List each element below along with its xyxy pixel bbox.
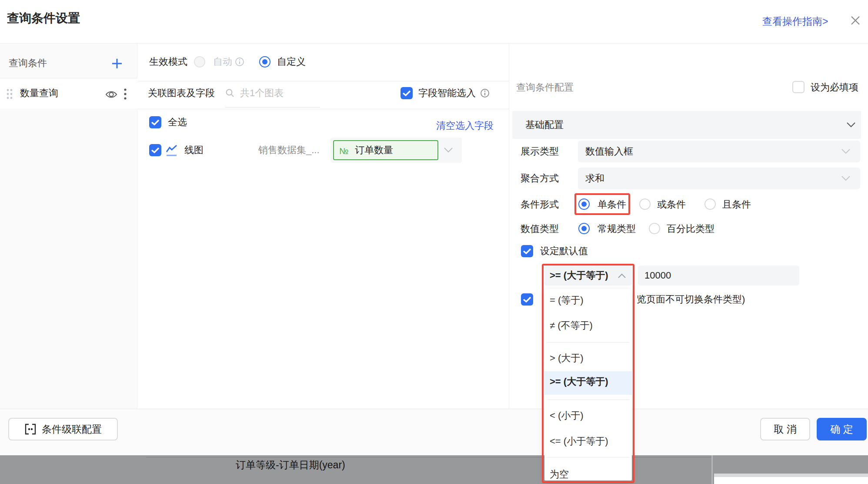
and-condition-label[interactable]: 且条件	[722, 198, 751, 211]
default-value-label[interactable]: 设定默认值	[540, 245, 588, 258]
query-condition-dialog: 查询条件设置 查看操作指南> 查询条件 数量查询 生效模式 自动	[0, 0, 868, 484]
line-chart-icon	[166, 145, 178, 158]
aggregation-select[interactable]	[578, 168, 860, 189]
operator-dropdown-menu: = (等于) ≠ (不等于) > (大于) >= (大于等于) < (小于) <…	[544, 289, 632, 481]
condition-form-label: 条件形式	[521, 198, 559, 211]
smart-select-checkbox[interactable]	[401, 87, 413, 99]
search-input[interactable]: 共1个图表	[240, 87, 284, 100]
lock-condition-note: 览页面不可切换条件类型)	[637, 293, 745, 306]
background-table-row	[714, 474, 868, 477]
background-table-row	[714, 477, 868, 484]
confirm-button[interactable]: 确 定	[817, 418, 867, 440]
numeric-type-label: 数值类型	[521, 222, 559, 235]
percent-type-label[interactable]: 百分比类型	[667, 222, 714, 235]
cancel-button[interactable]: 取 消	[760, 418, 810, 440]
aggregation-label: 聚合方式	[521, 172, 559, 185]
check-icon	[402, 90, 411, 97]
check-icon	[151, 147, 160, 154]
single-condition-radio[interactable]	[578, 198, 590, 210]
menu-item-gte[interactable]: >= (大于等于)	[550, 375, 608, 388]
config-panel-title: 查询条件配置	[516, 81, 574, 94]
line-chart-checkbox[interactable]	[149, 144, 161, 156]
chevron-down-icon	[841, 175, 851, 183]
menu-item-eq[interactable]: = (等于)	[550, 294, 584, 307]
visibility-eye-icon[interactable]	[105, 90, 117, 101]
chevron-down-icon	[444, 147, 453, 155]
single-condition-label[interactable]: 单条件	[598, 198, 626, 211]
check-icon	[523, 248, 531, 255]
mode-auto-radio[interactable]	[194, 56, 205, 67]
more-options-kebab-icon[interactable]	[124, 88, 127, 102]
background-chart-title: 订单等级-订单日期(year)	[236, 458, 345, 471]
display-type-label: 展示类型	[521, 145, 559, 158]
drag-handle-icon[interactable]	[6, 88, 13, 101]
field-name: 订单数量	[355, 144, 393, 157]
menu-item-lte[interactable]: <= (小于等于)	[550, 435, 608, 448]
and-condition-radio[interactable]	[704, 198, 716, 210]
mode-auto-label[interactable]: 自动	[213, 55, 232, 68]
clear-fields-link[interactable]: 清空选入字段	[436, 119, 494, 132]
check-icon	[151, 119, 160, 126]
chart-name-label: 线图	[184, 144, 204, 157]
menu-item-lt[interactable]: < (小于)	[550, 409, 584, 422]
mode-custom-radio[interactable]	[259, 56, 270, 67]
check-icon	[523, 296, 531, 303]
cascade-config-label: 条件级联配置	[42, 423, 102, 436]
info-icon	[235, 57, 244, 68]
default-value-text: 10000	[644, 269, 671, 282]
operator-select-value: >= (大于等于)	[550, 269, 608, 282]
basic-config-title: 基础配置	[525, 118, 564, 131]
background-divider	[711, 455, 713, 484]
guide-link[interactable]: 查看操作指南>	[762, 15, 828, 28]
percent-type-radio[interactable]	[649, 223, 660, 234]
select-all-checkbox[interactable]	[149, 116, 161, 128]
chevron-up-icon	[618, 272, 626, 280]
cascade-icon	[24, 423, 37, 435]
menu-item-neq[interactable]: ≠ (不等于)	[550, 319, 593, 332]
mode-custom-label[interactable]: 自定义	[277, 55, 306, 68]
numeric-field-icon: №	[339, 145, 348, 158]
page-title: 查询条件设置	[7, 10, 80, 26]
or-condition-radio[interactable]	[639, 198, 651, 210]
aggregation-value: 求和	[585, 172, 604, 185]
dataset-name: 销售数据集_...	[258, 144, 320, 157]
normal-type-label[interactable]: 常规类型	[598, 222, 636, 235]
close-icon[interactable]	[849, 14, 862, 29]
cascade-config-button[interactable]: 条件级联配置	[8, 418, 118, 440]
footer-bar	[0, 409, 868, 455]
add-condition-button[interactable]	[110, 57, 124, 72]
or-condition-label[interactable]: 或条件	[657, 198, 686, 211]
sidebar-item-label: 数量查询	[20, 87, 58, 100]
default-value-checkbox[interactable]	[521, 245, 533, 257]
chevron-down-icon	[846, 122, 856, 130]
search-icon	[225, 88, 235, 100]
select-all-label[interactable]: 全选	[168, 116, 187, 129]
required-label[interactable]: 设为必填项	[811, 81, 858, 94]
normal-type-radio[interactable]	[578, 223, 590, 234]
related-charts-label: 关联图表及字段	[148, 87, 215, 100]
display-type-value: 数值输入框	[585, 145, 633, 158]
sidebar-title: 查询条件	[9, 57, 47, 70]
info-icon	[480, 88, 490, 100]
menu-item-empty[interactable]: 为空	[550, 468, 569, 481]
effective-mode-label: 生效模式	[149, 55, 187, 68]
lock-condition-checkbox[interactable]	[521, 293, 533, 306]
chevron-down-icon	[841, 148, 851, 156]
basic-config-section-header[interactable]	[512, 111, 861, 139]
menu-item-gt[interactable]: > (大于)	[550, 352, 584, 365]
required-checkbox[interactable]	[792, 81, 805, 93]
smart-select-label[interactable]: 字段智能选入	[418, 87, 476, 100]
